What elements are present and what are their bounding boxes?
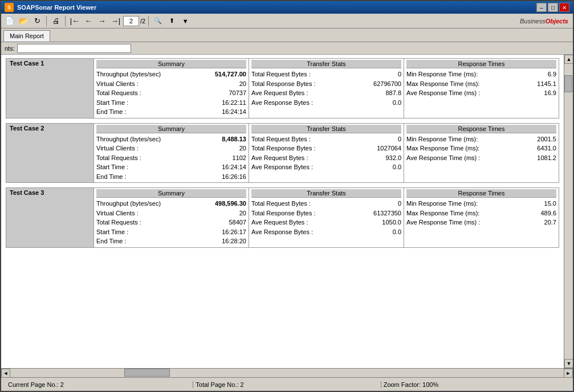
tc1-endtime-row: End Time : 16:24:14 xyxy=(96,107,246,117)
tc1-respbytes-label: Total Response Bytes : xyxy=(251,79,316,89)
tc1-totalrequests-value: 70737 xyxy=(229,88,246,98)
test-case-1: Test Case 1 Summary Throughput (bytes/se… xyxy=(6,58,559,119)
tc1-avrt-label: Ave Response Time (ms) : xyxy=(406,88,480,98)
open-button[interactable]: 📂 xyxy=(17,15,30,27)
tc1-transfer-header-label: Transfer Stats xyxy=(307,60,346,67)
next-page-button[interactable]: → xyxy=(96,15,108,27)
window-title: SOAPSonar Report Viewer xyxy=(17,4,96,11)
total-page-label: Total Page No.: 2 xyxy=(196,381,243,388)
minimize-button[interactable]: – xyxy=(536,3,547,12)
tc1-maxrt-label: Max Response Time (ms): xyxy=(406,79,479,89)
tc1-starttime-value: 16:22:11 xyxy=(222,98,246,108)
main-area: nts: Test Case 1 Summary xyxy=(1,42,573,377)
tc2-label: Test Case 2 xyxy=(6,123,94,183)
tc2-tr-row: Total Requests : 1102 xyxy=(96,153,246,163)
tc1-maxrt-row: Max Response Time (ms): 1145.1 xyxy=(406,79,556,89)
logo-text-business: Business xyxy=(520,18,545,24)
tc2-response: Response Times Min Response Time (ms): 2… xyxy=(404,123,559,183)
tc1-virtualclients-label: Virtual Clients : xyxy=(96,79,139,89)
last-page-button[interactable]: →| xyxy=(109,15,122,27)
tc2-response-header: Response Times xyxy=(406,125,556,133)
tab-strip: Main Report xyxy=(1,28,573,42)
report-body: Test Case 1 Summary Throughput (bytes/se… xyxy=(1,55,573,368)
tc1-transfer-header: Transfer Stats xyxy=(251,60,401,68)
tc1-avereqbytes-label: Ave Request Bytes : xyxy=(251,88,308,98)
tc1-respbytes-row: Total Response Bytes : 62796700 xyxy=(251,79,401,89)
tc1-minrt-value: 6.9 xyxy=(548,70,556,79)
tc2-throughput-label: Throughput (bytes/sec) xyxy=(96,134,161,144)
tc1-reqbytes-label: Total Request Bytes : xyxy=(251,70,311,79)
tc2-transfer: Transfer Stats Total Request Bytes : 0 T… xyxy=(249,123,404,183)
tab-main-report[interactable]: Main Report xyxy=(3,30,50,42)
tc1-reqbytes-value: 0 xyxy=(398,70,401,79)
toolbar: 📄 📂 ↻ 🖨 |← ← → →| 2 /2 🔍 ⬆ ▼ BusinessObj… xyxy=(1,14,573,28)
test-case-3: Test Case 3 Summary Throughput (bytes/se… xyxy=(6,187,559,248)
page-total-label: /2 xyxy=(140,18,145,24)
tc1-starttime-row: Start Time : 16:22:11 xyxy=(96,98,246,108)
h-scrollbar-track[interactable] xyxy=(10,369,564,377)
tc2-transfer-header: Transfer Stats xyxy=(251,125,401,133)
status-current-page: Current Page No.: 2 xyxy=(6,381,193,388)
zoom-label: Zoom Factor: 100% xyxy=(384,381,439,388)
filter-input[interactable] xyxy=(17,44,131,53)
filter-bar: nts: xyxy=(1,42,573,55)
refresh-button[interactable]: ↻ xyxy=(31,15,43,27)
tc2-summary-header: Summary xyxy=(96,125,246,133)
tc1-endtime-value: 16:24:14 xyxy=(222,107,246,117)
tab-main-report-label: Main Report xyxy=(10,32,44,39)
tc3-transfer-header: Transfer Stats xyxy=(251,189,401,198)
status-bar: Current Page No.: 2 Total Page No.: 2 Zo… xyxy=(1,377,573,391)
scrollbar-thumb[interactable] xyxy=(564,75,572,92)
tc1-starttime-label: Start Time : xyxy=(96,98,128,108)
tc1-response-header: Response Times xyxy=(406,60,556,68)
scrollbar-up-button[interactable]: ▲ xyxy=(564,55,573,64)
h-scrollbar-left-button[interactable]: ◄ xyxy=(1,369,10,377)
tc1-totalrequests-label: Total Requests : xyxy=(96,88,141,98)
h-scrollbar-right-button[interactable]: ► xyxy=(564,369,573,377)
find-button[interactable]: 🔍 xyxy=(152,15,164,27)
tc1-throughput-row: Throughput (bytes/sec) 514,727.00 xyxy=(96,70,246,79)
tc1-summary-header-label: Summary xyxy=(158,60,185,67)
tc3-transfer: Transfer Stats Total Request Bytes : 0 T… xyxy=(249,187,404,248)
new-button[interactable]: 📄 xyxy=(3,15,16,27)
tc1-minrt-label: Min Response Time (ms): xyxy=(406,70,478,79)
current-page-label: Current Page No.: 2 xyxy=(8,381,64,388)
page-number-input[interactable]: 2 xyxy=(123,16,139,26)
export-button[interactable]: ⬆ xyxy=(165,15,178,27)
dropdown-button[interactable]: ▼ xyxy=(179,15,192,27)
tc1-averespbytes-row: Ave Response Bytes : 0.0 xyxy=(251,98,401,108)
status-total-pages: Total Page No.: 2 xyxy=(193,381,380,388)
tc1-endtime-label: End Time : xyxy=(96,107,127,117)
title-bar-controls: – □ ✕ xyxy=(536,3,569,12)
status-zoom: Zoom Factor: 100% xyxy=(381,381,568,388)
tc1-throughput-value: 514,727.00 xyxy=(215,70,246,79)
tc2-name: Test Case 2 xyxy=(10,125,44,132)
tc1-label: Test Case 1 xyxy=(6,58,94,119)
tc3-response-header: Response Times xyxy=(406,189,556,198)
restore-button[interactable]: □ xyxy=(548,3,558,12)
test-case-2: Test Case 2 Summary Throughput (bytes/se… xyxy=(6,123,559,183)
tc1-name: Test Case 1 xyxy=(10,60,44,67)
h-scrollbar-thumb[interactable] xyxy=(124,369,170,377)
first-page-button[interactable]: |← xyxy=(68,15,81,27)
scrollbar-track[interactable] xyxy=(564,64,573,359)
tc1-response: Response Times Min Response Time (ms): 6… xyxy=(404,58,559,119)
tc3-response: Response Times Min Response Time (ms): 1… xyxy=(404,187,559,248)
tc1-summary-header: Summary xyxy=(96,60,246,68)
tc1-averespbytes-label: Ave Response Bytes : xyxy=(251,98,313,108)
title-bar-left: S SOAPSonar Report Viewer xyxy=(5,3,96,12)
tc3-label: Test Case 3 xyxy=(6,187,94,248)
prev-page-button[interactable]: ← xyxy=(82,15,95,27)
tc3-summary-header: Summary xyxy=(96,189,246,198)
tc1-response-header-label: Response Times xyxy=(458,60,505,67)
print-button[interactable]: 🖨 xyxy=(50,15,62,27)
close-button[interactable]: ✕ xyxy=(559,3,569,12)
title-bar: S SOAPSonar Report Viewer – □ ✕ xyxy=(1,1,573,14)
toolbar-separator-1 xyxy=(46,16,47,26)
scrollbar-down-button[interactable]: ▼ xyxy=(564,359,573,368)
tc1-avrt-row: Ave Response Time (ms) : 16.9 xyxy=(406,88,556,98)
toolbar-separator-3 xyxy=(148,16,149,26)
tc2-st-row: Start Time : 16:24:14 xyxy=(96,162,246,172)
tc2-throughput-value: 8,488.13 xyxy=(222,134,246,144)
tc1-reqbytes-row: Total Request Bytes : 0 xyxy=(251,70,401,79)
